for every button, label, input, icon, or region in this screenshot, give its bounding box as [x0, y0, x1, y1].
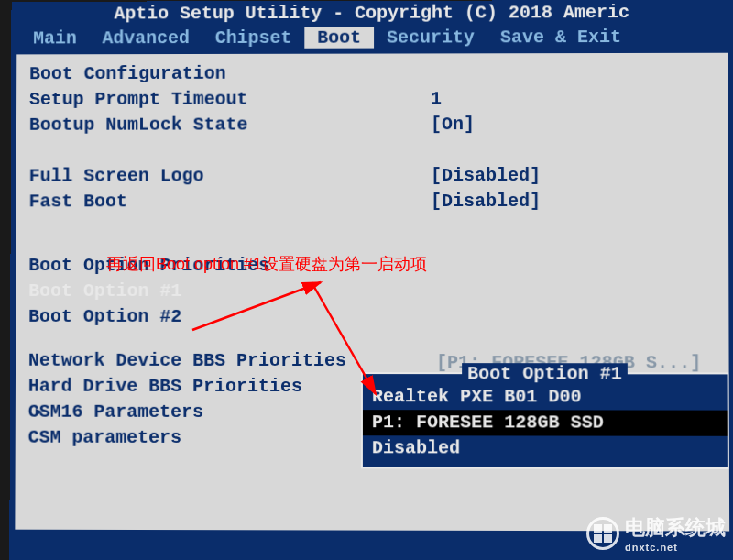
menu-chipset[interactable]: Chipset [202, 27, 305, 49]
popup-title: Boot Option #1 [363, 363, 728, 384]
bios-title: Aptio Setup Utility - Copyright (C) 2018… [11, 0, 733, 27]
watermark-logo-icon [586, 517, 619, 550]
menu-security[interactable]: Security [374, 27, 487, 48]
spacer [28, 214, 716, 253]
watermark-text: 电脑系统城 [625, 514, 726, 542]
fast-boot-label: Fast Boot [29, 189, 431, 214]
row-fast-boot[interactable]: Fast Boot [Disabled] [29, 189, 716, 215]
fast-boot-value: [Disabled] [431, 189, 541, 214]
menu-main[interactable]: Main [20, 27, 89, 49]
submenu-marker-icon: ▸ [34, 400, 45, 425]
arrow-2-icon [302, 275, 412, 412]
boot-option-popup: Boot Option #1 Realtek PXE B01 D00 P1: F… [361, 372, 729, 469]
setup-prompt-label: Setup Prompt Timeout [29, 86, 431, 113]
annotation-text: 再返回Boot option #1设置硬盘为第一启动项 [106, 253, 427, 275]
watermark: 电脑系统城 dnxtc.net [586, 514, 726, 553]
setup-prompt-value: 1 [431, 86, 442, 112]
popup-item-foresee[interactable]: P1: FORESEE 128GB SSD [363, 410, 728, 436]
menu-boot[interactable]: Boot [304, 27, 374, 49]
fullscreen-logo-value: [Disabled] [431, 163, 541, 189]
spacer [29, 137, 716, 164]
menu-bar: Main Advanced Chipset Boot Security Save… [11, 25, 733, 55]
popup-item-realtek[interactable]: Realtek PXE B01 D00 [363, 384, 728, 411]
watermark-sub: dnxtc.net [625, 542, 726, 553]
menu-save-exit[interactable]: Save & Exit [487, 27, 634, 48]
row-fullscreen-logo[interactable]: Full Screen Logo [Disabled] [29, 163, 716, 190]
svg-line-1 [312, 282, 376, 394]
popup-item-disabled[interactable]: Disabled [363, 435, 728, 462]
numlock-label: Bootup NumLock State [29, 112, 431, 138]
svg-line-0 [192, 282, 321, 330]
row-setup-prompt[interactable]: Setup Prompt Timeout 1 [29, 86, 716, 113]
numlock-value: [On] [431, 112, 475, 137]
section-boot-config: Boot Configuration [29, 60, 716, 87]
row-numlock[interactable]: Bootup NumLock State [On] [29, 112, 716, 138]
fullscreen-logo-label: Full Screen Logo [29, 163, 431, 189]
menu-advanced[interactable]: Advanced [90, 27, 202, 49]
